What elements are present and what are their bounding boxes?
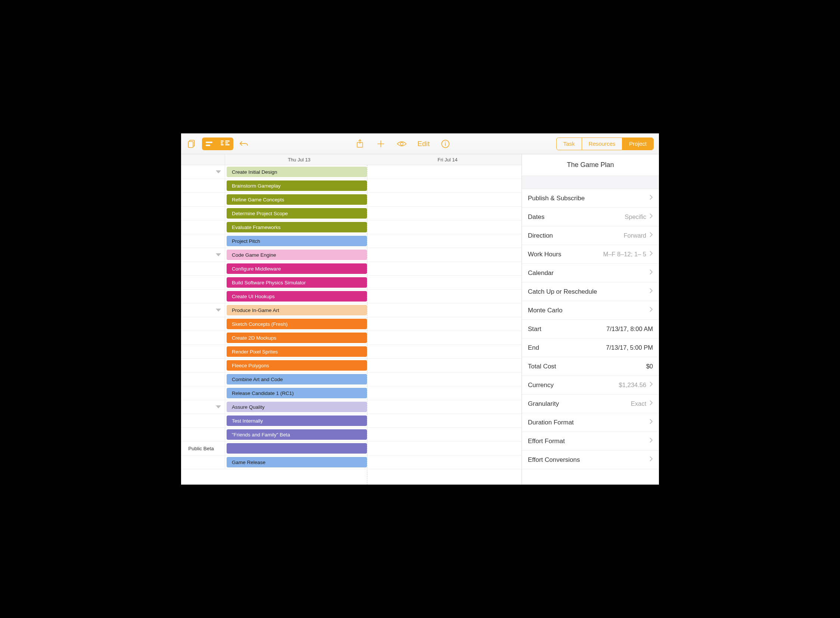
gantt-row[interactable]: Project Pitch: [181, 234, 521, 248]
gantt-row[interactable]: Configure Middleware: [181, 262, 521, 276]
inspector-item[interactable]: DatesSpecific: [522, 208, 659, 226]
gantt-body[interactable]: Create Initial DesignBrainstorm Gameplay…: [181, 165, 521, 484]
chevron-right-icon: [649, 194, 653, 202]
inspector-item-label: Start: [528, 325, 541, 333]
inspector-item-label: Work Hours: [528, 251, 561, 258]
gantt-row[interactable]: Test Internally: [181, 414, 521, 428]
outline-cell: [181, 165, 225, 178]
gantt-row[interactable]: Determine Project Scope: [181, 206, 521, 220]
inspector-item[interactable]: Total Cost$0: [522, 357, 659, 376]
view-mode-segment[interactable]: [202, 138, 233, 150]
task-bar[interactable]: Brainstorm Gameplay: [227, 180, 367, 191]
disclosure-triangle-icon[interactable]: [216, 253, 221, 256]
gantt-row[interactable]: Produce In-Game Art: [181, 303, 521, 317]
view-mode-gantt-icon[interactable]: [218, 138, 233, 150]
task-bar[interactable]: Test Internally: [227, 416, 367, 426]
edit-button[interactable]: Edit: [418, 140, 430, 148]
inspector-item[interactable]: GranularityExact: [522, 395, 659, 413]
task-bar[interactable]: [227, 443, 367, 454]
main: Thu Jul 13 Fri Jul 14 Create Initial Des…: [181, 154, 659, 484]
row-left-label: Public Beta: [188, 446, 213, 452]
share-icon[interactable]: [355, 139, 365, 149]
task-bar[interactable]: Refine Game Concepts: [227, 194, 367, 205]
gantt-row[interactable]: "Friends and Family" Beta: [181, 428, 521, 442]
outline-cell: [181, 345, 225, 358]
task-bar[interactable]: Game Release: [227, 457, 367, 467]
task-bar[interactable]: Assure Quality: [227, 402, 367, 412]
task-bar[interactable]: Build Software Physics Simulator: [227, 277, 367, 288]
view-mode-list-icon[interactable]: [202, 138, 218, 150]
outline-cell: [181, 262, 225, 275]
inspector-item[interactable]: Start7/13/17, 8:00 AM: [522, 320, 659, 339]
gantt-row[interactable]: Assure Quality: [181, 400, 521, 414]
task-bar[interactable]: Configure Middleware: [227, 263, 367, 274]
inspector-item[interactable]: Calendar: [522, 264, 659, 282]
gantt-row[interactable]: Refine Game Concepts: [181, 193, 521, 206]
gantt-row[interactable]: Fleece Polygons: [181, 359, 521, 373]
task-bar[interactable]: Release Candidate 1 (RC1): [227, 388, 367, 398]
inspector-item-value: 7/13/17, 8:00 AM: [606, 325, 653, 333]
inspector-item[interactable]: End7/13/17, 5:00 PM: [522, 339, 659, 357]
inspector-item[interactable]: Effort Format: [522, 432, 659, 451]
outline-column-header: [181, 154, 225, 165]
tab-project[interactable]: Project: [622, 138, 653, 150]
task-bar[interactable]: Sketch Concepts (Fresh): [227, 319, 367, 329]
outline-cell: [181, 400, 225, 414]
gantt-row[interactable]: Release Candidate 1 (RC1): [181, 386, 521, 400]
inspector-item-value: M–F 8–12; 1– 5: [603, 251, 646, 258]
gantt-row[interactable]: Evaluate Frameworks: [181, 220, 521, 234]
inspector-item[interactable]: Currency$1,234.56: [522, 376, 659, 395]
chevron-right-icon: [649, 456, 653, 464]
gantt-row[interactable]: Code Game Engine: [181, 248, 521, 262]
task-bar[interactable]: Evaluate Frameworks: [227, 222, 367, 232]
inspector-item[interactable]: Catch Up or Reschedule: [522, 282, 659, 301]
inspector-item-label: Catch Up or Reschedule: [528, 288, 597, 296]
gantt-row[interactable]: Game Release: [181, 456, 521, 469]
task-bar[interactable]: Determine Project Scope: [227, 208, 367, 218]
info-icon[interactable]: [440, 139, 450, 149]
gantt-row[interactable]: Build Software Physics Simulator: [181, 276, 521, 290]
task-bar[interactable]: Create UI Hookups: [227, 291, 367, 302]
tab-task[interactable]: Task: [557, 138, 582, 150]
outline-cell: [181, 386, 225, 400]
gantt-row[interactable]: Public Beta: [181, 442, 521, 456]
inspector-item[interactable]: Effort Conversions: [522, 451, 659, 469]
inspector-item[interactable]: DirectionForward: [522, 226, 659, 245]
gantt-row[interactable]: Render Pixel Sprites: [181, 345, 521, 359]
disclosure-triangle-icon[interactable]: [216, 406, 221, 409]
task-bar[interactable]: Produce In-Game Art: [227, 305, 367, 315]
inspector-item-label: Monte Carlo: [528, 307, 563, 314]
task-bar[interactable]: Combine Art and Code: [227, 374, 367, 385]
inspector-item[interactable]: Publish & Subscribe: [522, 189, 659, 208]
inspector-item[interactable]: Work HoursM–F 8–12; 1– 5: [522, 245, 659, 264]
task-bar[interactable]: Fleece Polygons: [227, 360, 367, 371]
inspector-item[interactable]: Monte Carlo: [522, 301, 659, 320]
gantt-row[interactable]: Sketch Concepts (Fresh): [181, 317, 521, 331]
task-bar[interactable]: Create Initial Design: [227, 166, 367, 177]
task-bar[interactable]: Create 2D Mockups: [227, 333, 367, 343]
svg-rect-9: [225, 144, 230, 146]
gantt-row[interactable]: Brainstorm Gameplay: [181, 179, 521, 193]
gantt-row[interactable]: Create UI Hookups: [181, 290, 521, 303]
app-window: Edit Task Resources Project Thu Jul 13 F…: [181, 134, 659, 484]
gantt-row[interactable]: Combine Art and Code: [181, 373, 521, 386]
svg-rect-8: [225, 143, 228, 144]
add-icon[interactable]: [376, 139, 386, 149]
gantt-row[interactable]: Create 2D Mockups: [181, 331, 521, 345]
inspector-item-label: Granularity: [528, 400, 559, 408]
svg-rect-2: [206, 142, 212, 143]
undo-icon[interactable]: [239, 139, 249, 149]
gantt-row[interactable]: Create Initial Design: [181, 165, 521, 179]
documents-icon[interactable]: [186, 139, 197, 149]
inspector-tabs[interactable]: Task Resources Project: [556, 138, 654, 150]
task-bar[interactable]: Project Pitch: [227, 236, 367, 246]
disclosure-triangle-icon[interactable]: [216, 309, 221, 312]
chevron-right-icon: [649, 419, 653, 426]
disclosure-triangle-icon[interactable]: [216, 170, 221, 173]
task-bar[interactable]: Code Game Engine: [227, 250, 367, 260]
tab-resources[interactable]: Resources: [582, 138, 623, 150]
inspector-item[interactable]: Duration Format: [522, 413, 659, 432]
task-bar[interactable]: Render Pixel Sprites: [227, 346, 367, 357]
eye-icon[interactable]: [397, 139, 407, 149]
task-bar[interactable]: "Friends and Family" Beta: [227, 429, 367, 440]
